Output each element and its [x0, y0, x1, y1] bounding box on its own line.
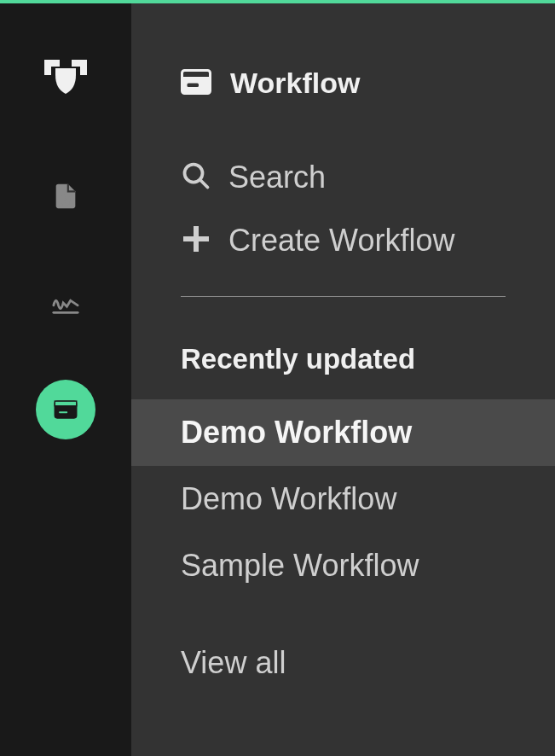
search-action[interactable]: Search — [181, 160, 555, 195]
accent-topbar — [0, 0, 555, 3]
panel-header: Workflow — [131, 0, 555, 100]
search-icon — [181, 160, 211, 195]
logo-icon[interactable] — [44, 60, 87, 94]
recent-item[interactable]: Demo Workflow — [131, 399, 555, 466]
workflow-panel: Workflow Search Create Workflow Recently… — [131, 0, 555, 756]
workflow-icon — [181, 69, 211, 98]
svg-rect-4 — [59, 410, 68, 414]
panel-actions: Search Create Workflow — [131, 100, 555, 259]
recent-list: Demo Workflow Demo Workflow Sample Workf… — [131, 399, 555, 599]
recent-item[interactable]: Sample Workflow — [131, 532, 555, 599]
panel-title: Workflow — [230, 67, 360, 100]
search-label: Search — [228, 160, 326, 195]
create-workflow-action[interactable]: Create Workflow — [181, 223, 555, 259]
svg-text:{}: {} — [61, 192, 70, 205]
plus-icon — [181, 224, 211, 258]
svg-rect-3 — [55, 401, 77, 406]
svg-line-10 — [200, 180, 208, 188]
svg-rect-12 — [183, 236, 209, 241]
icon-rail: {} — [0, 0, 131, 756]
rail-item-signature[interactable] — [36, 273, 95, 333]
view-all-link[interactable]: View all — [131, 599, 555, 681]
create-workflow-label: Create Workflow — [228, 223, 454, 259]
svg-rect-8 — [188, 83, 199, 87]
recent-item[interactable]: Demo Workflow — [131, 466, 555, 532]
rail-item-workflow[interactable] — [36, 380, 95, 439]
rail-item-code[interactable]: {} — [36, 166, 95, 226]
recently-updated-heading: Recently updated — [131, 297, 555, 375]
